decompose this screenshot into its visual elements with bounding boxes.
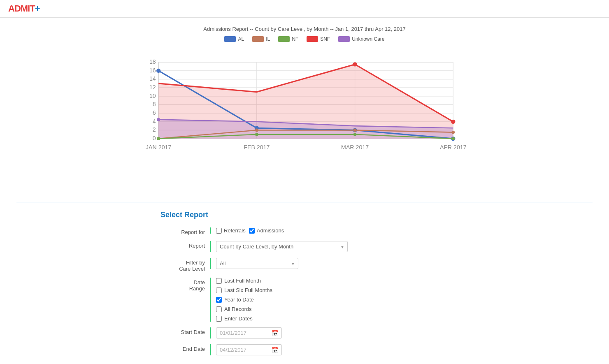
svg-text:0: 0 <box>153 135 156 141</box>
all-records-checkbox[interactable] <box>216 306 222 312</box>
legend-color-al <box>224 36 236 42</box>
last-six-months-checkbox[interactable] <box>216 287 222 293</box>
admissions-checkbox[interactable] <box>249 228 255 234</box>
svg-text:14: 14 <box>149 75 156 82</box>
legend-label-il: IL <box>266 36 270 42</box>
svg-text:8: 8 <box>153 101 156 107</box>
last-six-months-label[interactable]: Last Six Full Months <box>216 287 272 293</box>
legend-label-snf: SNF <box>320 36 330 42</box>
last-full-month-checkbox[interactable] <box>216 278 222 284</box>
legend-nf: NF <box>278 36 298 42</box>
report-select-wrapper: Count by Care Level, by Month <box>210 241 449 252</box>
enter-dates-checkbox[interactable] <box>216 316 222 322</box>
end-date-row: End Date 📅 <box>160 344 449 355</box>
legend-label-nf: NF <box>292 36 298 42</box>
filter-label: Filter byCare Level <box>160 258 210 272</box>
report-label: Report <box>160 241 210 249</box>
legend-al: AL <box>224 36 244 42</box>
legend-label-al: AL <box>238 36 244 42</box>
nf-dot-feb <box>255 133 258 136</box>
start-date-input-wrapper: 📅 <box>210 327 449 338</box>
end-date-input[interactable] <box>216 344 282 355</box>
il-dot-feb <box>255 129 258 132</box>
svg-text:6: 6 <box>153 109 156 116</box>
section-divider <box>16 202 593 202</box>
svg-text:MAR 2017: MAR 2017 <box>341 144 369 151</box>
year-to-date-label[interactable]: Year to Date <box>216 297 254 303</box>
report-for-input: Referrals Admissions <box>210 227 449 234</box>
referrals-checkbox[interactable] <box>216 228 222 234</box>
enter-dates-text: Enter Dates <box>224 315 253 322</box>
svg-text:16: 16 <box>149 67 156 74</box>
all-records-label[interactable]: All Records <box>216 306 251 312</box>
nf-dot-apr <box>451 137 455 140</box>
svg-text:18: 18 <box>149 58 156 65</box>
select-report-section: Select Report Report for Referrals Admis… <box>160 211 449 364</box>
date-range-options: Last Full Month Last Six Full Months Yea… <box>210 278 449 322</box>
end-date-label: End Date <box>160 344 210 352</box>
start-date-input[interactable] <box>216 327 282 338</box>
snf-dot-mar <box>353 62 357 66</box>
filter-input: All <box>210 258 449 269</box>
filter-row: Filter byCare Level All <box>160 258 449 272</box>
app-logo: ADMIT+ <box>8 3 40 14</box>
legend-color-unknown <box>338 36 350 42</box>
svg-text:4: 4 <box>153 118 156 125</box>
svg-text:APR 2017: APR 2017 <box>440 144 467 151</box>
legend-il: IL <box>252 36 270 42</box>
date-range-row: DateRange Last Full Month Last Six Full … <box>160 278 449 322</box>
last-full-month-text: Last Full Month <box>224 278 261 284</box>
filter-dropdown-wrapper: All <box>216 258 298 269</box>
report-for-label: Report for <box>160 227 210 235</box>
report-select[interactable]: Count by Care Level, by Month <box>216 241 348 252</box>
chart-svg: 18 16 14 12 10 8 6 4 2 0 <box>140 45 469 194</box>
filter-select[interactable]: All <box>216 258 298 269</box>
il-dot-mar <box>353 129 357 132</box>
main-content: Admissions Report -- Count by Care Level… <box>0 18 609 364</box>
nf-dot-jan <box>157 137 160 140</box>
al-dot-jan <box>156 69 160 73</box>
svg-text:FEB 2017: FEB 2017 <box>244 144 270 151</box>
year-to-date-checkbox[interactable] <box>216 297 222 303</box>
logo-text: ADMIT <box>8 3 35 14</box>
end-date-wrapper: 📅 <box>216 344 282 355</box>
il-dot-apr <box>451 131 455 134</box>
last-full-month-label[interactable]: Last Full Month <box>216 278 261 284</box>
legend-snf: SNF <box>307 36 330 42</box>
snf-dot-apr <box>451 120 455 124</box>
chart-legend: AL IL NF SNF Unknown Care <box>140 36 469 42</box>
referrals-checkbox-label[interactable]: Referrals <box>216 227 246 234</box>
chart-title: Admissions Report -- Count by Care Level… <box>140 26 469 32</box>
section-title: Select Report <box>160 211 449 219</box>
unknown-dot-jan <box>157 118 160 121</box>
nf-dot-mar <box>353 133 357 136</box>
report-for-row: Report for Referrals Admissions <box>160 227 449 235</box>
admissions-label: Admissions <box>257 227 284 234</box>
legend-label-unknown: Unknown Care <box>352 36 384 42</box>
legend-color-snf <box>307 36 318 42</box>
last-six-months-text: Last Six Full Months <box>224 287 272 293</box>
svg-text:12: 12 <box>149 84 156 90</box>
all-records-text: All Records <box>224 306 251 312</box>
svg-text:10: 10 <box>149 93 156 99</box>
chart-container: Admissions Report -- Count by Care Level… <box>140 26 469 194</box>
start-date-wrapper: 📅 <box>216 327 282 338</box>
svg-text:JAN 2017: JAN 2017 <box>146 144 171 151</box>
legend-color-il <box>252 36 264 42</box>
end-date-input-wrapper: 📅 <box>210 344 449 355</box>
referrals-label: Referrals <box>224 227 246 234</box>
start-date-label: Start Date <box>160 327 210 335</box>
report-dropdown-wrapper: Count by Care Level, by Month <box>216 241 348 252</box>
date-range-label: DateRange <box>160 278 210 292</box>
admissions-checkbox-label[interactable]: Admissions <box>249 227 284 234</box>
start-date-row: Start Date 📅 <box>160 327 449 338</box>
app-header: ADMIT+ <box>0 0 609 18</box>
legend-unknown: Unknown Care <box>338 36 384 42</box>
year-to-date-text: Year to Date <box>224 297 254 303</box>
legend-color-nf <box>278 36 290 42</box>
report-row: Report Count by Care Level, by Month <box>160 241 449 252</box>
chart-svg-wrapper: 18 16 14 12 10 8 6 4 2 0 <box>140 45 469 194</box>
enter-dates-label[interactable]: Enter Dates <box>216 315 253 322</box>
logo-plus: + <box>35 3 40 14</box>
svg-text:2: 2 <box>153 126 156 133</box>
